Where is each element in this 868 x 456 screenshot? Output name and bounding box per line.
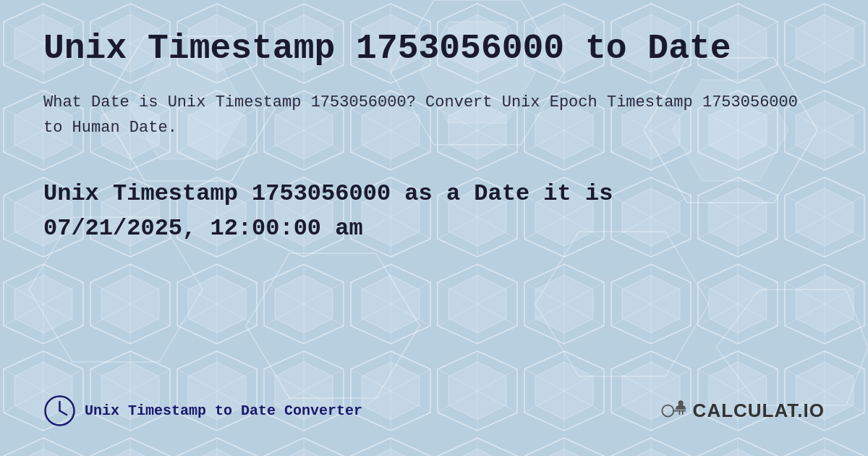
footer-left: Unix Timestamp to Date Converter (43, 394, 362, 427)
svg-point-20 (662, 405, 673, 416)
result-line2: 07/21/2025, 12:00:00 am (43, 215, 363, 242)
result-section: Unix Timestamp 1753056000 as a Date it i… (43, 177, 825, 246)
logo-text: CALCULAT.IO (693, 400, 825, 422)
page-description: What Date is Unix Timestamp 1753056000? … (43, 90, 825, 140)
logo-area: CALCULAT.IO (658, 397, 825, 426)
svg-point-24 (678, 400, 683, 405)
result-text: Unix Timestamp 1753056000 as a Date it i… (43, 177, 825, 246)
svg-line-19 (60, 411, 67, 415)
converter-label: Unix Timestamp to Date Converter (85, 402, 362, 419)
logo-icon (658, 397, 687, 426)
clock-icon (43, 394, 76, 427)
result-line1: Unix Timestamp 1753056000 as a Date it i… (43, 180, 613, 207)
page-title: Unix Timestamp 1753056000 to Date (43, 29, 825, 68)
footer: Unix Timestamp to Date Converter CALCULA… (43, 380, 825, 427)
